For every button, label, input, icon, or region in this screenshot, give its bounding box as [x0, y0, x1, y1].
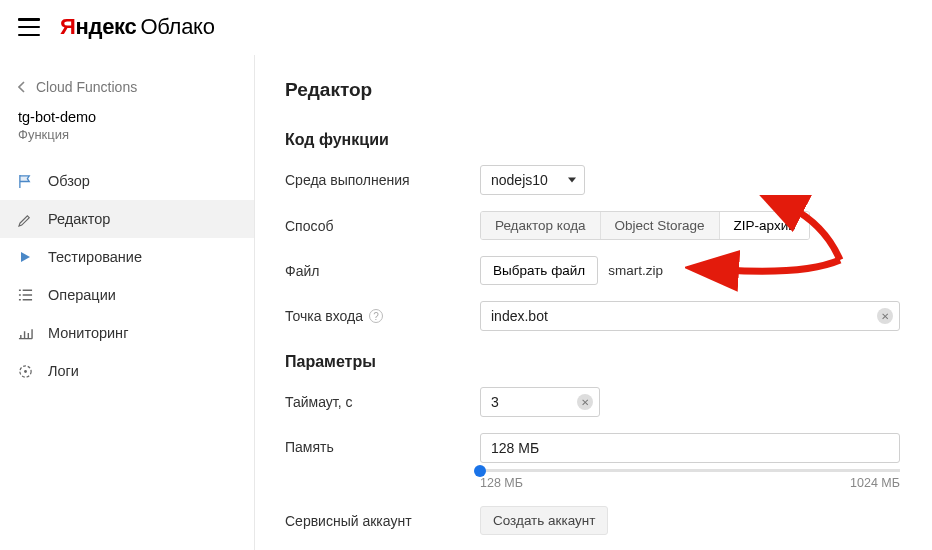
clear-icon[interactable]: ✕ — [877, 308, 893, 324]
sidebar-item-label: Логи — [48, 363, 79, 379]
sidebar-item-testing[interactable]: Тестирование — [0, 238, 254, 276]
sidebar-item-label: Обзор — [48, 173, 90, 189]
memory-track[interactable] — [480, 469, 900, 472]
method-option-zip[interactable]: ZIP-архив — [720, 212, 810, 239]
method-label: Способ — [285, 218, 480, 234]
file-label: Файл — [285, 263, 480, 279]
section-title-params: Параметры — [285, 353, 902, 371]
edit-icon — [18, 212, 38, 227]
help-icon[interactable]: ? — [369, 309, 383, 323]
breadcrumb[interactable]: Cloud Functions — [0, 63, 254, 103]
memory-slider[interactable]: 128 МБ 128 МБ 1024 МБ — [480, 433, 900, 490]
chevron-left-icon — [18, 81, 26, 93]
breadcrumb-label: Cloud Functions — [36, 79, 137, 95]
sidebar-item-label: Тестирование — [48, 249, 142, 265]
sidebar-item-editor[interactable]: Редактор — [0, 200, 254, 238]
runtime-label: Среда выполнения — [285, 172, 480, 188]
section-title-code: Код функции — [285, 131, 902, 149]
service-account-label: Сервисный аккаунт — [285, 513, 480, 529]
chart-icon — [18, 326, 38, 340]
entry-point-label: Точка входа ? — [285, 308, 480, 324]
timeout-value: 3 — [491, 394, 499, 410]
sidebar-item-operations[interactable]: Операции — [0, 276, 254, 314]
resource-header: tg-bot-demo Функция — [0, 103, 254, 162]
resource-type: Функция — [18, 127, 236, 142]
runtime-value: nodejs10 — [491, 172, 548, 188]
logo-text-cloud: Облако — [140, 14, 214, 39]
main-content: Редактор Код функции Среда выполнения no… — [255, 55, 932, 550]
memory-handle[interactable] — [474, 465, 486, 477]
memory-max-label: 1024 МБ — [850, 476, 900, 490]
sidebar-item-overview[interactable]: Обзор — [0, 162, 254, 200]
page-title: Редактор — [285, 79, 902, 101]
sidebar-item-label: Операции — [48, 287, 116, 303]
method-option-storage[interactable]: Object Storage — [601, 212, 720, 239]
play-icon — [18, 250, 38, 264]
sidebar-item-label: Мониторинг — [48, 325, 128, 341]
timeout-label: Таймаут, с — [285, 394, 480, 410]
runtime-select[interactable]: nodejs10 — [480, 165, 585, 195]
method-option-editor[interactable]: Редактор кода — [481, 212, 601, 239]
sidebar-item-monitoring[interactable]: Мониторинг — [0, 314, 254, 352]
choose-file-button[interactable]: Выбрать файл — [480, 256, 598, 285]
entry-point-value: index.bot — [491, 308, 548, 324]
logo-text-ndex: ндекс — [76, 14, 137, 39]
timeout-input[interactable]: 3 ✕ — [480, 387, 600, 417]
clear-icon[interactable]: ✕ — [577, 394, 593, 410]
sidebar-item-label: Редактор — [48, 211, 110, 227]
memory-min-label: 128 МБ — [480, 476, 523, 490]
method-segmented: Редактор кода Object Storage ZIP-архив — [480, 211, 810, 240]
sidebar-item-logs[interactable]: Логи — [0, 352, 254, 390]
create-account-button[interactable]: Создать аккаунт — [480, 506, 608, 535]
memory-label: Память — [285, 433, 480, 455]
menu-toggle[interactable] — [18, 18, 40, 36]
logo-letter-ya: Я — [60, 14, 76, 39]
resource-name: tg-bot-demo — [18, 109, 236, 125]
svg-point-1 — [24, 370, 27, 373]
flag-icon — [18, 174, 38, 189]
brand-logo: ЯндексОблако — [60, 14, 215, 40]
logs-icon — [18, 364, 38, 379]
memory-value-display: 128 МБ — [480, 433, 900, 463]
sidebar: Cloud Functions tg-bot-demo Функция Обзо… — [0, 55, 255, 550]
selected-filename: smart.zip — [608, 263, 663, 278]
entry-point-input[interactable]: index.bot ✕ — [480, 301, 900, 331]
list-icon — [18, 288, 38, 302]
